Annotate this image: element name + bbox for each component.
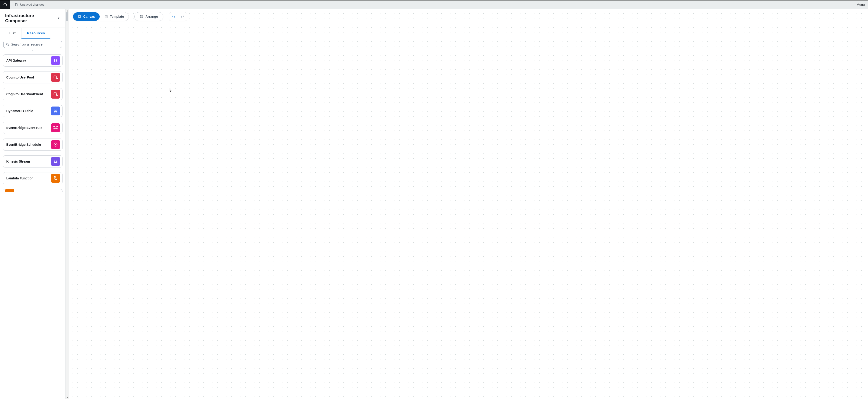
- resource-cognito-userpoolclient[interactable]: Cognito UserPoolClient: [3, 88, 63, 100]
- eventbridge-sched-icon: [51, 140, 60, 149]
- canvas-view-button[interactable]: Canvas: [73, 12, 100, 21]
- save-status-label: Unsaved changes: [20, 3, 44, 6]
- undo-icon: [172, 15, 176, 19]
- scroll-down-arrow[interactable]: ▾: [67, 396, 68, 399]
- sidebar: Infrastructure Composer List Resources: [0, 9, 65, 399]
- template-icon: [104, 15, 108, 19]
- top-bar: Unsaved changes Menu: [0, 0, 868, 9]
- search-field[interactable]: [3, 41, 62, 48]
- sidebar-tabs: List Resources: [0, 28, 65, 38]
- tab-resources-label: Resources: [27, 31, 45, 35]
- svg-rect-4: [54, 93, 57, 95]
- home-button[interactable]: [0, 0, 10, 9]
- canvas-icon: [78, 15, 82, 19]
- file-icon: [14, 3, 18, 6]
- svg-point-17: [80, 17, 81, 18]
- sidebar-scrollbar[interactable]: ▴ ▾: [65, 9, 69, 399]
- redo-icon: [181, 15, 184, 19]
- svg-line-1: [8, 45, 9, 46]
- svg-point-10: [54, 129, 55, 130]
- resource-lambda-function[interactable]: Lambda Function: [3, 172, 63, 184]
- undo-button[interactable]: [169, 12, 178, 21]
- tab-resources[interactable]: Resources: [22, 28, 51, 38]
- collapse-sidebar-button[interactable]: [56, 16, 62, 21]
- tab-list[interactable]: List: [4, 28, 22, 38]
- resource-kinesis-stream[interactable]: Kinesis Stream: [3, 155, 63, 168]
- svg-point-16: [79, 17, 79, 18]
- tab-list-label: List: [9, 31, 16, 35]
- resource-label: Kinesis Stream: [6, 160, 30, 163]
- sidebar-header: Infrastructure Composer: [0, 9, 65, 28]
- resource-label: EventBridge Event rule: [6, 126, 42, 130]
- canvas[interactable]: Canvas Template Arrange: [69, 9, 868, 399]
- resource-label: Cognito UserPool: [6, 76, 34, 79]
- template-view-label: Template: [110, 15, 124, 19]
- resize-handle[interactable]: ·: [0, 49, 65, 53]
- eventbridge-rule-icon: [51, 123, 60, 132]
- svg-point-6: [54, 109, 57, 111]
- svg-point-0: [6, 43, 8, 45]
- save-status: Unsaved changes: [10, 3, 49, 6]
- resource-cognito-userpool[interactable]: Cognito UserPool: [3, 71, 63, 83]
- resource-api-gateway[interactable]: API Gateway: [3, 54, 63, 66]
- svg-point-8: [54, 126, 55, 127]
- svg-rect-2: [54, 76, 57, 78]
- resource-dynamodb-table[interactable]: DynamoDB Table: [3, 105, 63, 117]
- canvas-toolbar: Canvas Template Arrange: [73, 12, 187, 21]
- resource-label: Lambda Function: [6, 176, 34, 180]
- kinesis-icon: [51, 157, 60, 166]
- menu-label: Menu: [857, 3, 865, 6]
- resource-label: API Gateway: [6, 59, 26, 62]
- svg-rect-20: [142, 16, 143, 16]
- svg-rect-21: [141, 17, 142, 18]
- cognito-icon: [51, 73, 60, 82]
- arrange-label: Arrange: [145, 15, 158, 19]
- arrange-icon: [140, 15, 144, 19]
- svg-point-13: [55, 144, 56, 145]
- home-icon: [3, 3, 7, 7]
- svg-point-14: [79, 16, 79, 16]
- resource-label: DynamoDB Table: [6, 109, 33, 113]
- search-icon: [6, 42, 9, 46]
- dynamodb-icon: [51, 107, 60, 115]
- svg-point-9: [57, 126, 58, 127]
- resource-label: EventBridge Schedule: [6, 143, 41, 146]
- svg-point-15: [80, 16, 81, 16]
- mouse-cursor-icon: [169, 88, 172, 92]
- lambda-icon: [51, 174, 60, 183]
- chevron-left-icon: [57, 16, 61, 20]
- template-view-button[interactable]: Template: [100, 12, 129, 21]
- svg-rect-19: [141, 16, 142, 16]
- resource-label: Cognito UserPoolClient: [6, 92, 43, 96]
- api-gateway-icon: [51, 56, 60, 65]
- resource-eventbridge-schedule[interactable]: EventBridge Schedule: [3, 139, 63, 151]
- resource-list: API Gateway Cognito UserPool Cognito Use…: [0, 53, 65, 399]
- canvas-view-label: Canvas: [83, 15, 95, 19]
- scroll-thumb[interactable]: [66, 12, 68, 21]
- menu-button[interactable]: Menu: [853, 3, 868, 6]
- sidebar-title: Infrastructure Composer: [5, 13, 56, 23]
- undo-redo-group: [169, 12, 187, 21]
- arrange-button[interactable]: Arrange: [134, 12, 163, 21]
- search-input[interactable]: [11, 42, 60, 46]
- next-resource-icon: [5, 189, 14, 192]
- cognito-client-icon: [51, 90, 60, 98]
- resource-eventbridge-rule[interactable]: EventBridge Event rule: [3, 122, 63, 134]
- view-mode-group: Canvas Template: [73, 12, 129, 21]
- scroll-track[interactable]: [66, 12, 69, 396]
- scroll-up-arrow[interactable]: ▴: [67, 9, 68, 12]
- resource-next-peek[interactable]: [3, 189, 63, 192]
- svg-point-11: [57, 129, 58, 130]
- redo-button[interactable]: [178, 12, 187, 21]
